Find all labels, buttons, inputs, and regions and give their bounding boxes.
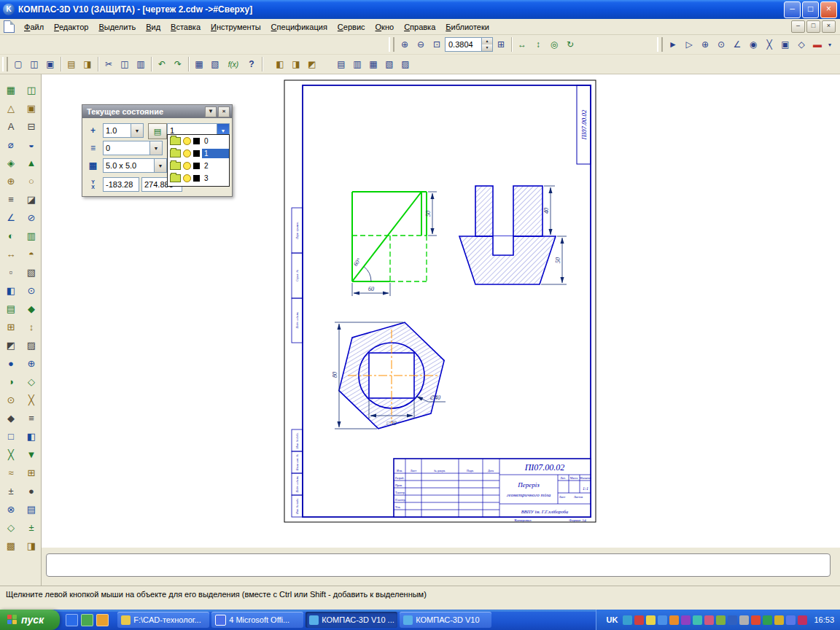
selection-icon[interactable]: ▷	[681, 36, 697, 52]
fx-icon[interactable]: f(x)	[223, 56, 244, 72]
left-tool-icon[interactable]: ⊞	[23, 464, 40, 481]
print-tool-icon[interactable]: ▤	[63, 56, 79, 72]
left-tool-icon[interactable]: ▲	[23, 154, 40, 171]
left-tool-icon[interactable]: ▣	[23, 99, 40, 117]
left-tool-icon[interactable]: ○	[23, 172, 40, 190]
task-button[interactable]: F:\CAD-технолог...	[117, 612, 209, 628]
eraser-icon[interactable]: ▬	[809, 36, 825, 52]
left-tool-icon[interactable]: ▼	[23, 446, 40, 463]
left-tool-icon[interactable]: ⊕	[23, 354, 40, 372]
coord-x-field[interactable]: -183.28	[103, 177, 139, 192]
menu-item[interactable]: Инструменты	[206, 20, 266, 34]
tray-icon[interactable]	[669, 615, 679, 625]
document-tool-icon[interactable]: ◧	[272, 56, 288, 72]
extra-tool-icon[interactable]: ▦	[365, 56, 381, 72]
left-tool-icon[interactable]: ⌀	[2, 136, 20, 153]
tray-icon[interactable]	[623, 615, 632, 625]
navigation-icon[interactable]: ↔	[514, 36, 530, 52]
specification-icon[interactable]: ▧	[207, 56, 223, 72]
dimension-label[interactable]: 60	[368, 286, 374, 292]
close-button[interactable]: ×	[820, 1, 837, 18]
left-tool-icon[interactable]: ◪	[23, 190, 40, 208]
left-tool-icon[interactable]: ↔	[2, 245, 20, 262]
zoom-icon[interactable]: ⊡	[429, 36, 445, 52]
left-tool-icon[interactable]: ≡	[2, 190, 20, 208]
tray-icon[interactable]	[786, 615, 796, 625]
tray-icon[interactable]	[634, 615, 644, 625]
step-dropdown-button[interactable]: ▼	[131, 124, 143, 137]
left-tool-icon[interactable]: △	[2, 99, 20, 117]
menu-item[interactable]: Вид	[141, 20, 166, 34]
menu-item[interactable]: Вставка	[166, 20, 206, 34]
extra-tool-icon[interactable]: ▤	[333, 56, 349, 72]
left-tool-icon[interactable]: ≡	[23, 409, 40, 427]
selection-icon[interactable]: ⊙	[713, 36, 729, 52]
tray-icon[interactable]	[716, 615, 726, 625]
zoom-icon[interactable]: ⊖	[413, 36, 429, 52]
step-combo[interactable]: 1.0 ▼	[103, 123, 144, 138]
tray-icon[interactable]	[751, 615, 761, 625]
left-tool-icon[interactable]: ◓	[23, 245, 40, 262]
menu-item[interactable]: Файл	[19, 20, 49, 34]
zoom-spinner[interactable]: ▲▼	[481, 38, 492, 51]
task-button[interactable]: КОМПАС-3D V10	[400, 612, 491, 628]
menu-item[interactable]: Сервис	[332, 20, 370, 34]
left-tool-icon[interactable]: ▦	[2, 81, 20, 98]
left-tool-icon[interactable]: ⊘	[23, 209, 40, 226]
undo-redo-icon[interactable]: ↷	[170, 56, 186, 72]
dimension-label[interactable]: □30	[387, 420, 397, 427]
dimension-label[interactable]: 50	[425, 211, 432, 217]
navigation-icon[interactable]: ↻	[562, 36, 578, 52]
help-icon[interactable]: ?	[244, 56, 260, 72]
layer-row[interactable]: 0	[168, 135, 229, 147]
selection-icon[interactable]: ⊕	[697, 36, 713, 52]
task-button[interactable]: 4 Microsoft Offi...	[211, 612, 303, 628]
left-tool-icon[interactable]: ▨	[23, 336, 40, 354]
tray-icon[interactable]	[681, 615, 691, 625]
tray-icon[interactable]	[658, 615, 667, 625]
left-tool-icon[interactable]: ◑	[2, 373, 20, 390]
left-tool-icon[interactable]: ◩	[2, 336, 20, 354]
left-tool-icon[interactable]: ◇	[2, 518, 20, 536]
left-tool-icon[interactable]: ◐	[2, 227, 20, 244]
left-tool-icon[interactable]: ◧	[23, 427, 40, 445]
left-tool-icon[interactable]: □	[2, 427, 20, 445]
dimension-label[interactable]: 50	[555, 257, 561, 263]
left-tool-icon[interactable]: ▫	[2, 263, 20, 281]
undo-redo-icon[interactable]: ↶	[154, 56, 170, 72]
left-tool-icon[interactable]: ◇	[23, 373, 40, 390]
extra-tool-icon[interactable]: ▧	[381, 56, 397, 72]
left-tool-icon[interactable]: A	[2, 117, 20, 135]
tray-icon[interactable]	[763, 615, 772, 625]
line-style-dropdown-button[interactable]: ▼	[149, 141, 162, 155]
left-tool-icon[interactable]: ▧	[23, 263, 40, 281]
tray-icon[interactable]	[798, 615, 807, 625]
document-icon[interactable]	[4, 20, 15, 33]
file-tool-icon[interactable]: ▢	[10, 56, 26, 72]
dimension-label[interactable]: 80	[332, 372, 338, 378]
toolbar-overflow-icon[interactable]: ▾	[825, 36, 834, 52]
left-tool-icon[interactable]: ◫	[23, 81, 40, 98]
current-state-panel[interactable]: Текущее состояние ▼ × + 1.0 ▼ ▤ 1 ▼ ≡ 0 …	[82, 104, 233, 197]
layer-row-selected[interactable]: 1	[168, 147, 229, 160]
menu-item[interactable]: Редактор	[49, 20, 93, 34]
left-tool-icon[interactable]: ◈	[2, 154, 20, 171]
panel-close-button[interactable]: ×	[218, 106, 230, 117]
left-tool-icon[interactable]: ◆	[23, 300, 40, 317]
tray-icon[interactable]	[704, 615, 714, 625]
doc-restore-button[interactable]: □	[806, 20, 820, 33]
file-tool-icon[interactable]: ◫	[26, 56, 42, 72]
left-tool-icon[interactable]: ╳	[23, 391, 40, 408]
selection-icon[interactable]: ◇	[793, 36, 809, 52]
doc-minimize-button[interactable]: –	[791, 20, 805, 33]
left-tool-icon[interactable]: ╳	[2, 446, 20, 463]
left-tool-icon[interactable]: ∠	[2, 209, 20, 226]
menu-item[interactable]: Библиотеки	[440, 20, 494, 34]
dimension-label[interactable]: 40	[543, 208, 550, 214]
left-tool-icon[interactable]: ⊕	[2, 172, 20, 190]
quick-launch-icon[interactable]	[66, 614, 78, 626]
left-tool-icon[interactable]: ▩	[2, 537, 20, 554]
language-indicator[interactable]: UK	[604, 615, 621, 625]
extra-tool-icon[interactable]: ▨	[397, 56, 413, 72]
quick-launch-icon[interactable]	[96, 614, 109, 626]
